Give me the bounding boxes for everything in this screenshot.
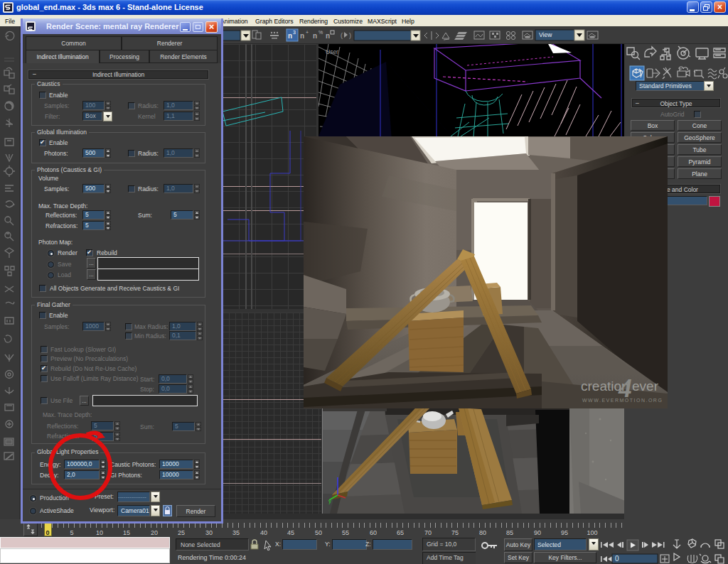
- svg-text:15: 15: [123, 529, 130, 536]
- svg-text:50: 50: [315, 529, 322, 536]
- svg-text:75: 75: [451, 529, 459, 536]
- svg-text:0: 0: [615, 555, 619, 563]
- svg-text:20: 20: [151, 529, 158, 536]
- svg-text:5: 5: [70, 529, 73, 536]
- svg-text:n: n: [300, 32, 304, 40]
- svg-text:0: 0: [46, 529, 49, 536]
- svg-text:25: 25: [178, 529, 185, 536]
- svg-text:WWW.EVERMOTION.ORG: WWW.EVERMOTION.ORG: [582, 398, 663, 403]
- svg-text:60: 60: [370, 529, 377, 536]
- svg-text:n: n: [288, 32, 292, 40]
- svg-text:10: 10: [96, 529, 103, 536]
- svg-text:55: 55: [342, 529, 349, 536]
- svg-text:User: User: [326, 48, 338, 55]
- svg-text:n: n: [326, 32, 330, 40]
- svg-text:ever: ever: [632, 379, 659, 394]
- svg-text:70: 70: [424, 529, 432, 536]
- svg-text:100: 100: [587, 529, 597, 536]
- svg-text:95: 95: [561, 529, 568, 536]
- svg-text:y: y: [328, 498, 331, 504]
- svg-text:+: +: [306, 30, 309, 35]
- svg-text:35: 35: [232, 529, 240, 536]
- svg-text:30: 30: [205, 529, 213, 536]
- svg-text:45: 45: [287, 529, 294, 536]
- svg-text:%: %: [318, 30, 323, 35]
- svg-text:n: n: [313, 32, 317, 40]
- svg-text:90: 90: [534, 529, 541, 536]
- svg-text:): ): [349, 32, 351, 39]
- svg-text:65: 65: [397, 529, 404, 536]
- svg-text:(: (: [341, 32, 343, 39]
- svg-text:3: 3: [293, 30, 296, 35]
- svg-text:40: 40: [260, 529, 267, 536]
- svg-text:View: View: [539, 31, 552, 38]
- svg-text:85: 85: [506, 529, 513, 536]
- svg-text:80: 80: [479, 529, 486, 536]
